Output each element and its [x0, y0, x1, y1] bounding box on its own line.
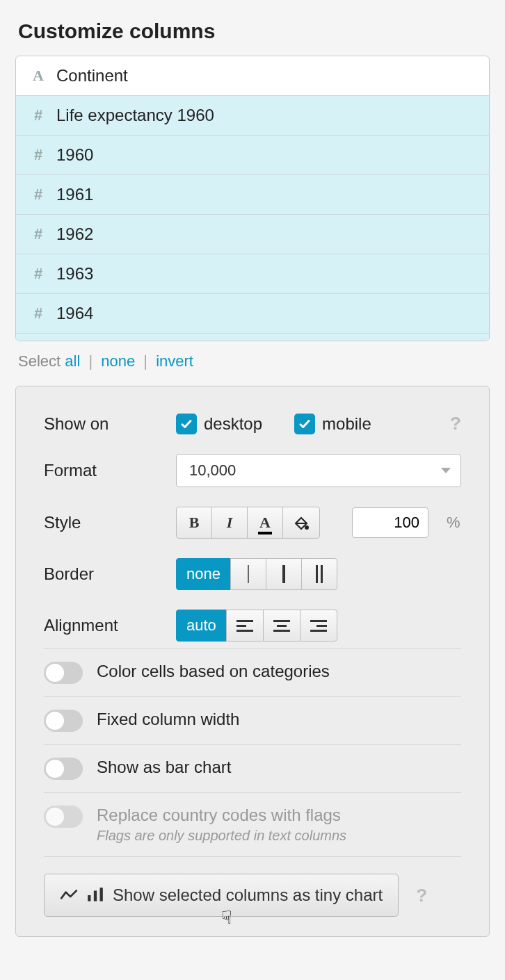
column-item[interactable]: # 1960 [16, 136, 489, 175]
select-all-link[interactable]: all [65, 352, 80, 370]
column-label: 1962 [56, 224, 93, 244]
width-unit: % [447, 514, 460, 532]
color-cells-toggle[interactable] [44, 662, 83, 684]
number-type-icon: # [30, 106, 47, 124]
align-right-icon [310, 620, 327, 632]
column-item[interactable]: A Continent [16, 56, 489, 96]
sparkline-icon [60, 888, 78, 903]
align-left-icon [237, 620, 253, 632]
fill-color-button[interactable] [282, 507, 320, 539]
italic-button[interactable]: I [211, 507, 248, 539]
border-double-button[interactable] [301, 558, 337, 590]
number-type-icon: # [30, 265, 47, 283]
style-label: Style [44, 513, 176, 532]
flags-label: Replace country codes with flags [97, 806, 346, 825]
select-row: Select all | none | invert [15, 341, 490, 386]
select-none-link[interactable]: none [101, 352, 135, 370]
alignment-label: Alignment [44, 616, 176, 635]
column-item[interactable]: # Life expectancy 1960 [16, 96, 489, 136]
column-list: A Continent # Life expectancy 1960 # 196… [15, 56, 490, 341]
help-icon[interactable]: ? [416, 885, 427, 906]
check-icon [294, 414, 315, 434]
text-type-icon: A [30, 67, 47, 85]
format-label: Format [44, 461, 176, 480]
column-item[interactable]: # 1964 [16, 294, 489, 334]
mobile-checkbox[interactable]: mobile [294, 414, 371, 434]
column-label: Continent [56, 66, 128, 85]
column-label: Life expectancy 1960 [56, 106, 214, 125]
column-item[interactable]: # 1963 [16, 254, 489, 294]
bar-chart-label: Show as bar chart [97, 758, 231, 777]
border-medium-icon [282, 565, 285, 583]
column-item[interactable]: # 1962 [16, 215, 489, 254]
format-select[interactable]: 10,000 [176, 454, 461, 487]
column-label: 1960 [56, 145, 93, 165]
bold-button[interactable]: B [176, 507, 212, 539]
bar-chart-icon [86, 888, 104, 903]
cursor-icon: ☟ [221, 907, 232, 929]
column-item[interactable]: # 1961 [16, 175, 489, 215]
bar-chart-toggle[interactable] [44, 758, 83, 780]
svg-rect-1 [88, 895, 90, 901]
align-center-icon [273, 620, 290, 632]
color-cells-label: Color cells based on categories [97, 662, 330, 681]
svg-rect-3 [100, 888, 103, 901]
svg-rect-2 [94, 891, 97, 901]
width-input[interactable] [352, 507, 428, 538]
flags-toggle [44, 806, 83, 828]
paint-bucket-icon [293, 514, 310, 531]
align-auto-button[interactable]: auto [176, 610, 227, 642]
border-medium-button[interactable] [266, 558, 302, 590]
align-right-button[interactable] [300, 610, 337, 642]
page-title: Customize columns [18, 19, 490, 43]
text-color-button[interactable]: A [247, 507, 283, 539]
style-button-group: B I A [176, 507, 320, 539]
check-icon [176, 414, 197, 434]
options-panel: Show on desktop mobile ? Format [15, 386, 490, 937]
flags-sublabel: Flags are only supported in text columns [97, 828, 346, 844]
border-thin-button[interactable] [230, 558, 266, 590]
border-button-group: none [176, 558, 337, 590]
column-label: 1961 [56, 185, 93, 204]
desktop-checkbox[interactable]: desktop [176, 414, 262, 434]
show-on-label: Show on [44, 414, 176, 434]
column-label: 1964 [56, 304, 93, 323]
column-label: 1963 [56, 264, 93, 284]
chevron-down-icon [441, 468, 451, 473]
number-type-icon: # [30, 225, 47, 243]
align-center-button[interactable] [263, 610, 300, 642]
select-prefix: Select [18, 352, 61, 370]
border-none-button[interactable]: none [176, 558, 231, 590]
number-type-icon: # [30, 304, 47, 322]
alignment-button-group: auto [176, 610, 337, 642]
select-invert-link[interactable]: invert [156, 352, 193, 370]
help-icon[interactable]: ? [450, 413, 461, 434]
align-left-button[interactable] [226, 610, 264, 642]
border-label: Border [44, 564, 176, 584]
number-type-icon: # [30, 146, 47, 164]
number-type-icon: # [30, 186, 47, 204]
svg-point-0 [305, 526, 308, 529]
column-list-overflow [16, 334, 489, 341]
tiny-chart-button[interactable]: Show selected columns as tiny chart ? ☟ [44, 874, 399, 917]
fixed-width-toggle[interactable] [44, 710, 83, 732]
border-thin-icon [248, 565, 249, 583]
border-double-icon [316, 565, 323, 583]
fixed-width-label: Fixed column width [97, 710, 239, 729]
